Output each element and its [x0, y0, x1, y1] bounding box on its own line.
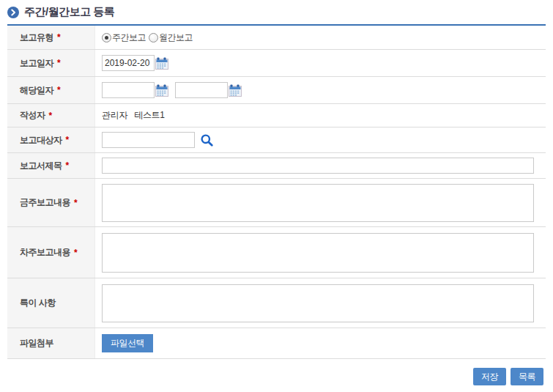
chevron-circle-icon: [7, 7, 19, 18]
field-cell: [95, 278, 546, 328]
radio-weekly-label[interactable]: 주간보고: [112, 32, 146, 44]
form-row-report-recipient: 보고대상자 *: [7, 127, 546, 153]
form-row-file-attach: 파일첨부 파일선택: [7, 328, 546, 359]
file-select-button[interactable]: 파일선택: [102, 334, 153, 352]
field-label: 파일첨부: [20, 337, 53, 350]
required-mark: *: [57, 58, 61, 68]
field-cell: 파일선택: [95, 328, 546, 358]
period-start-input[interactable]: [102, 82, 155, 98]
field-label: 보고일자: [20, 57, 53, 70]
page-header: 주간/월간보고 등록: [7, 5, 114, 19]
required-mark: *: [57, 85, 61, 95]
field-cell: 주간보고 월간보고: [95, 26, 546, 49]
page-title: 주간/월간보고 등록: [24, 5, 114, 19]
period-end-calendar-icon[interactable]: [229, 84, 242, 97]
report-recipient-input: [102, 132, 195, 148]
report-title-input[interactable]: [102, 158, 534, 174]
field-cell: 관리자 테스트1: [95, 104, 546, 127]
label-cell: 보고일자 *: [7, 50, 95, 76]
radio-monthly[interactable]: [149, 33, 158, 42]
field-label: 작성자: [20, 109, 45, 122]
required-mark: *: [74, 198, 78, 208]
radio-weekly[interactable]: [102, 33, 111, 42]
search-icon[interactable]: [200, 133, 214, 147]
label-cell: 차주보고내용 *: [7, 227, 95, 278]
field-cell: [95, 77, 546, 103]
report-type-radio-group: 주간보고 월간보고: [102, 32, 196, 44]
field-label: 차주보고내용: [20, 246, 70, 259]
required-mark: *: [49, 111, 53, 121]
form-row-report-title: 보고서제목 *: [7, 153, 546, 179]
field-cell: [95, 153, 546, 178]
required-mark: *: [74, 248, 78, 258]
report-form: 보고유형 * 주간보고 월간보고 보고일자 *: [7, 24, 546, 359]
label-cell: 작성자 *: [7, 104, 95, 127]
field-cell: [95, 50, 546, 76]
field-label: 특이 사항: [20, 297, 56, 309]
field-cell: [95, 179, 546, 226]
label-cell: 파일첨부: [7, 328, 95, 358]
writer-value: 관리자 테스트1: [102, 109, 165, 122]
next-week-content-textarea[interactable]: [102, 233, 534, 273]
special-note-textarea[interactable]: [102, 284, 534, 322]
field-cell: [95, 127, 546, 152]
form-row-report-type: 보고유형 * 주간보고 월간보고: [7, 26, 546, 50]
form-row-writer: 작성자 * 관리자 테스트1: [7, 104, 546, 127]
field-label: 보고서제목: [20, 160, 62, 172]
save-button[interactable]: 저장: [473, 368, 506, 385]
report-date-input[interactable]: [102, 55, 155, 71]
action-bar: 저장 목록: [473, 368, 543, 385]
list-button[interactable]: 목록: [511, 368, 543, 385]
form-row-target-period: 해당일자 *: [7, 77, 546, 104]
radio-monthly-label[interactable]: 월간보고: [159, 32, 193, 44]
required-mark: *: [66, 135, 70, 145]
form-row-special-note: 특이 사항: [7, 278, 546, 328]
required-mark: *: [66, 160, 70, 171]
field-label: 보고대상자: [20, 134, 62, 147]
label-cell: 해당일자 *: [7, 77, 95, 103]
label-cell: 특이 사항: [7, 278, 95, 328]
field-label: 해당일자: [20, 84, 53, 97]
this-week-content-textarea[interactable]: [102, 184, 534, 222]
report-date-calendar-icon[interactable]: [155, 56, 168, 70]
form-row-next-week-content: 차주보고내용 *: [7, 227, 546, 278]
period-start-calendar-icon[interactable]: [155, 84, 168, 97]
label-cell: 보고서제목 *: [7, 153, 95, 178]
field-cell: [95, 227, 546, 278]
label-cell: 보고유형 *: [7, 26, 95, 49]
form-row-report-date: 보고일자 *: [7, 50, 546, 77]
required-mark: *: [57, 32, 61, 42]
field-label: 금주보고내용: [20, 196, 70, 209]
label-cell: 보고대상자 *: [7, 127, 95, 152]
field-label: 보고유형: [20, 32, 53, 44]
label-cell: 금주보고내용 *: [7, 179, 95, 226]
form-row-this-week-content: 금주보고내용 *: [7, 179, 546, 227]
period-end-input[interactable]: [175, 82, 228, 98]
